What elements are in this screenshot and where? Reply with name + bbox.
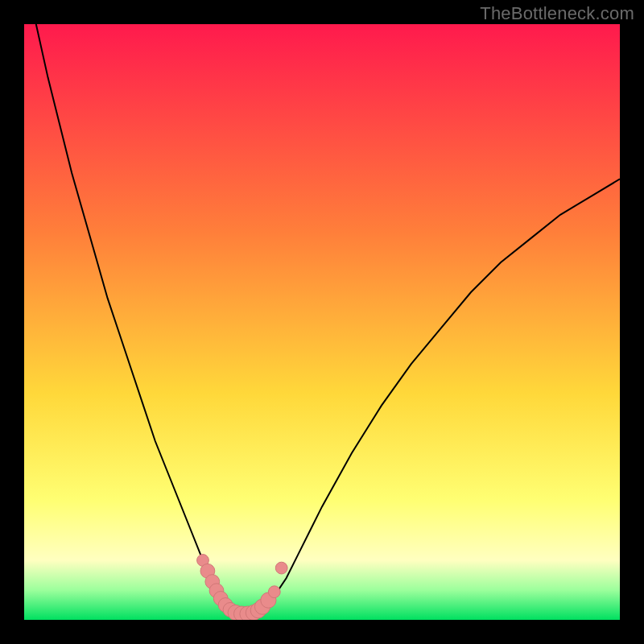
chart-background [24, 24, 620, 620]
data-marker [275, 562, 287, 574]
watermark-text: TheBottleneck.com [480, 3, 634, 24]
bottleneck-chart [24, 24, 620, 620]
data-marker [268, 586, 280, 598]
chart-frame: TheBottleneck.com [0, 0, 644, 644]
